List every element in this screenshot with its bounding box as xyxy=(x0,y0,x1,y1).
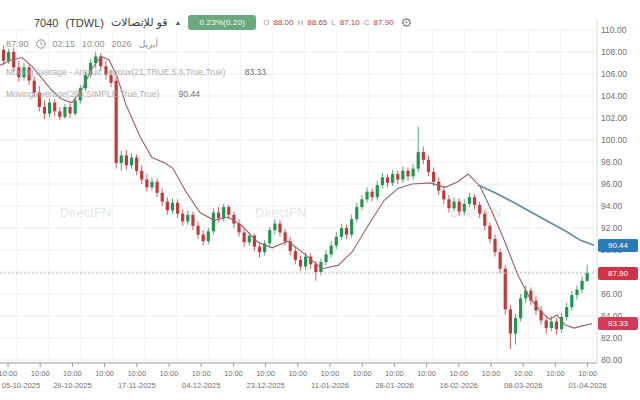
svg-text:11-01-2026: 11-01-2026 xyxy=(311,381,349,390)
low-value: 87.10 xyxy=(340,18,360,27)
svg-text:16-02-2026: 16-02-2026 xyxy=(440,381,478,390)
svg-text:102.00: 102.00 xyxy=(601,113,627,123)
svg-text:10:00: 10:00 xyxy=(514,369,533,378)
change-percent-badge: 0.23%(0.20) xyxy=(188,15,256,30)
svg-text:108.00: 108.00 xyxy=(601,47,627,57)
svg-text:104.00: 104.00 xyxy=(601,91,627,101)
high-label: H xyxy=(297,18,303,27)
indicator-legend-sma200[interactable]: Moving Average(200,SIMPLE,True,True) 90.… xyxy=(6,89,200,99)
axis-badge-last-price: 87.90 xyxy=(598,267,638,280)
y-axis-labels[interactable]: 80.0082.0084.0086.0088.0090.0092.0094.00… xyxy=(601,25,627,365)
svg-text:10:00: 10:00 xyxy=(192,369,211,378)
indicator-label: Moving Average - Arnaud Legoux(21,TRUE,5… xyxy=(6,67,225,77)
svg-text:86.00: 86.00 xyxy=(601,289,623,299)
indicator-legend-alma[interactable]: Moving Average - Arnaud Legoux(21,TRUE,5… xyxy=(6,67,266,77)
watermark: DirectFN xyxy=(255,205,306,220)
low-label: L xyxy=(331,18,335,27)
last-price-text: 87.90 xyxy=(6,39,29,49)
svg-text:10:00: 10:00 xyxy=(546,369,565,378)
svg-text:10:00: 10:00 xyxy=(353,369,372,378)
svg-text:10:00: 10:00 xyxy=(321,369,340,378)
svg-text:10:00: 10:00 xyxy=(224,369,243,378)
x-axis-labels[interactable]: 10:0010:0010:0010:0010:0010:0010:0010:00… xyxy=(0,363,607,390)
svg-text:10:00: 10:00 xyxy=(288,369,307,378)
svg-text:110.00: 110.00 xyxy=(601,25,627,35)
svg-text:29-10-2025: 29-10-2025 xyxy=(53,381,91,390)
settings-gear-icon[interactable]: ⚙ xyxy=(401,16,413,29)
svg-text:10:00: 10:00 xyxy=(482,369,501,378)
svg-text:10:00: 10:00 xyxy=(256,369,275,378)
svg-text:23-12-2025: 23-12-2025 xyxy=(246,381,284,390)
session-countdown: 02:15 xyxy=(53,39,76,49)
svg-text:98.00: 98.00 xyxy=(601,157,623,167)
svg-text:92.00: 92.00 xyxy=(601,223,623,233)
svg-text:10:00: 10:00 xyxy=(0,369,17,378)
svg-text:17-11-2025: 17-11-2025 xyxy=(118,381,156,390)
svg-text:04-12-2025: 04-12-2025 xyxy=(182,381,220,390)
svg-text:10:00: 10:00 xyxy=(160,369,179,378)
chart-header: 7040 (TDWL) قو للإتصالات ▲ 0.23%(0.20) O… xyxy=(34,13,416,32)
svg-text:82.00: 82.00 xyxy=(601,333,623,343)
svg-text:106.00: 106.00 xyxy=(601,69,627,79)
bar-time: 10:00 xyxy=(82,39,105,49)
svg-text:10:00: 10:00 xyxy=(95,369,114,378)
indicator-value: 90.44 xyxy=(179,89,200,99)
svg-text:96.00: 96.00 xyxy=(601,179,623,189)
svg-text:08-03-2026: 08-03-2026 xyxy=(504,381,542,390)
indicator-label: Moving Average(200,SIMPLE,True,True) xyxy=(6,89,159,99)
gridlines xyxy=(0,30,597,363)
bar-month-arabic: أبريل xyxy=(139,39,158,49)
svg-text:100.00: 100.00 xyxy=(601,135,627,145)
svg-text:10:00: 10:00 xyxy=(31,369,50,378)
close-label: C xyxy=(364,18,370,27)
ohlc-readout: O 88.00 H 88.65 L 87.10 C 87.90 xyxy=(263,18,393,27)
symbol-code: 7040 xyxy=(34,17,58,29)
bar-year: 2026 xyxy=(112,39,132,49)
price-status-row: 87.90 02:15 10:00 2026 أبريل xyxy=(6,39,158,49)
close-value: 87.90 xyxy=(374,18,394,27)
clock-icon xyxy=(36,39,46,49)
svg-text:10:00: 10:00 xyxy=(417,369,436,378)
candlestick-chart[interactable]: DirectFNDirectFNDirectFN80.0082.0084.008… xyxy=(0,0,640,400)
svg-text:10:00: 10:00 xyxy=(449,369,468,378)
svg-text:94.00: 94.00 xyxy=(601,201,623,211)
svg-text:10:00: 10:00 xyxy=(578,369,597,378)
svg-text:01-04-2026: 01-04-2026 xyxy=(568,381,606,390)
up-arrow-icon: ▲ xyxy=(174,19,181,26)
watermark: DirectFN xyxy=(60,205,111,220)
axis-badge-ma200: 90.44 xyxy=(598,239,638,252)
indicator-value: 83.33 xyxy=(245,67,266,77)
open-value: 88.00 xyxy=(273,18,293,27)
open-label: O xyxy=(263,18,269,27)
svg-text:10:00: 10:00 xyxy=(63,369,82,378)
high-value: 88.65 xyxy=(307,18,327,27)
exchange-code: (TDWL) xyxy=(65,17,104,29)
svg-text:80.00: 80.00 xyxy=(601,355,623,365)
svg-text:10:00: 10:00 xyxy=(385,369,404,378)
svg-text:05-10-2025: 05-10-2025 xyxy=(2,381,40,390)
svg-text:10:00: 10:00 xyxy=(127,369,146,378)
axis-badge-alma: 83.33 xyxy=(598,317,638,330)
svg-text:28-01-2026: 28-01-2026 xyxy=(375,381,413,390)
company-name-arabic: قو للإتصالات xyxy=(111,16,168,29)
